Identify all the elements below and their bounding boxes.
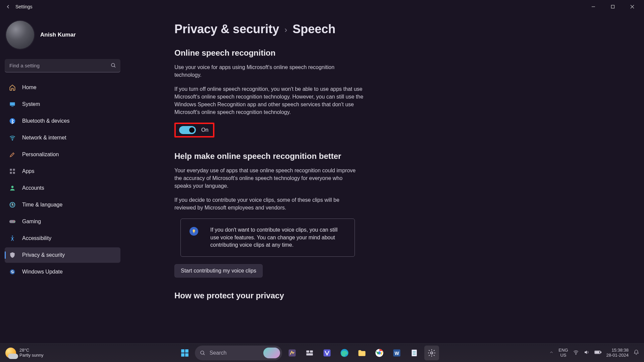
svg-rect-23 <box>185 349 189 353</box>
nav-apps[interactable]: Apps <box>5 164 120 179</box>
close-icon <box>630 5 634 9</box>
nav-label: Gaming <box>22 219 41 225</box>
taskbar-edge[interactable] <box>337 346 352 360</box>
svg-rect-25 <box>185 353 189 357</box>
svg-rect-10 <box>10 169 12 171</box>
username: Anish Kumar <box>40 32 76 38</box>
maximize-button[interactable] <box>603 0 623 13</box>
nav-privacy-security[interactable]: Privacy & security <box>5 247 120 263</box>
svg-line-27 <box>203 354 205 355</box>
system-icon <box>9 101 16 108</box>
breadcrumb: Privacy & security › Speech <box>174 22 631 36</box>
profile-block[interactable]: Anish Kumar <box>5 19 121 54</box>
notifications-icon[interactable] <box>633 349 639 356</box>
section-help-improve: Help make online speech recognition bett… <box>174 152 631 278</box>
svg-rect-13 <box>13 172 15 174</box>
breadcrumb-parent[interactable]: Privacy & security <box>174 22 279 36</box>
svg-point-42 <box>430 352 433 354</box>
nav-bluetooth[interactable]: Bluetooth & devices <box>5 113 120 129</box>
taskbar-notepad[interactable] <box>407 346 422 360</box>
nav: Home System Bluetooth & devices Network … <box>5 80 120 280</box>
search-wrap <box>5 59 120 72</box>
taskbar-explorer[interactable] <box>355 346 369 360</box>
start-button[interactable] <box>177 346 192 360</box>
nav-personalization[interactable]: Personalization <box>5 147 120 162</box>
nav-network[interactable]: Network & internet <box>5 130 120 145</box>
info-card: If you don't want to contribute voice cl… <box>180 219 355 257</box>
nav-label: Accounts <box>22 185 44 191</box>
content: Privacy & security › Speech Online speec… <box>124 13 644 343</box>
update-icon <box>9 268 16 276</box>
bluetooth-icon <box>9 117 16 125</box>
taskbar-weather[interactable]: 28°C Partly sunny <box>0 348 67 358</box>
system-tray: ENG US 15:38:38 28-01-2024 <box>549 348 644 358</box>
svg-point-8 <box>10 118 15 124</box>
personalization-icon <box>9 151 16 158</box>
section-title: Help make online speech recognition bett… <box>174 152 631 161</box>
word-icon: W <box>392 348 401 358</box>
svg-rect-6 <box>10 102 15 106</box>
network-icon <box>9 134 16 141</box>
nav-label: Privacy & security <box>22 252 65 258</box>
online-speech-toggle[interactable] <box>179 126 196 134</box>
svg-rect-29 <box>306 350 309 353</box>
nav-accessibility[interactable]: Accessibility <box>5 231 120 246</box>
nav-gaming[interactable]: Gaming <box>5 214 120 229</box>
taskbar-center: Search W <box>67 346 549 360</box>
svg-point-19 <box>12 236 13 237</box>
home-icon <box>9 84 16 91</box>
svg-rect-11 <box>13 169 15 171</box>
wifi-icon[interactable] <box>573 349 579 356</box>
app-title: Settings <box>15 4 33 9</box>
svg-rect-12 <box>10 172 12 174</box>
svg-line-5 <box>114 66 115 67</box>
breadcrumb-current: Speech <box>292 22 335 36</box>
battery-icon[interactable] <box>594 350 602 356</box>
nav-accounts[interactable]: Accounts <box>5 180 120 196</box>
nav-system[interactable]: System <box>5 97 120 112</box>
weather-temp: 28°C <box>19 348 44 353</box>
tray-clock[interactable]: 15:38:38 28-01-2024 <box>606 348 629 358</box>
taskbar-settings[interactable] <box>424 346 439 360</box>
minimize-button[interactable] <box>584 0 603 13</box>
taskbar-word[interactable]: W <box>389 346 404 360</box>
section-online-speech: Online speech recognition Use your voice… <box>174 48 631 137</box>
arrow-left-icon <box>5 4 11 10</box>
taskbar-chrome[interactable] <box>372 346 387 360</box>
section-privacy: How we protect your privacy <box>174 291 631 300</box>
section-paragraph: Use your voice for apps using Microsoft'… <box>174 64 361 79</box>
taskbar-task-view[interactable] <box>302 346 317 360</box>
weather-desc: Partly sunny <box>19 353 44 358</box>
svg-rect-45 <box>600 352 601 353</box>
svg-rect-24 <box>181 353 184 357</box>
svg-point-43 <box>576 354 576 355</box>
contribute-button[interactable]: Start contributing my voice clips <box>174 264 263 278</box>
search-input[interactable] <box>5 59 120 72</box>
nav-label: Bluetooth & devices <box>22 118 69 124</box>
nav-windows-update[interactable]: Windows Update <box>5 264 120 280</box>
section-paragraph: Your everyday use of apps that use onlin… <box>174 167 361 190</box>
gaming-icon <box>9 218 16 225</box>
taskbar-app-2[interactable] <box>320 346 334 360</box>
taskbar-app-1[interactable] <box>285 346 300 360</box>
nav-label: Windows Update <box>22 269 63 275</box>
task-view-icon <box>305 349 314 357</box>
tray-chevron[interactable] <box>549 350 554 356</box>
svg-rect-31 <box>306 353 313 356</box>
svg-rect-30 <box>310 350 313 353</box>
close-button[interactable] <box>623 0 642 13</box>
accounts-icon <box>9 184 16 192</box>
titlebar: Settings <box>0 0 644 13</box>
nav-home[interactable]: Home <box>5 80 120 95</box>
tray-language[interactable]: ENG US <box>558 348 568 358</box>
app-icon <box>322 348 332 358</box>
nav-time-language[interactable]: Time & language <box>5 197 120 213</box>
volume-icon[interactable] <box>584 349 590 356</box>
taskbar-search[interactable]: Search <box>195 346 282 360</box>
section-paragraph: If you turn off online speech recognitio… <box>174 85 366 116</box>
svg-text:W: W <box>394 350 399 356</box>
clock-icon <box>9 201 16 208</box>
apps-icon <box>9 168 16 175</box>
back-button[interactable] <box>2 1 14 13</box>
info-card-text: If you don't want to contribute voice cl… <box>210 226 338 249</box>
